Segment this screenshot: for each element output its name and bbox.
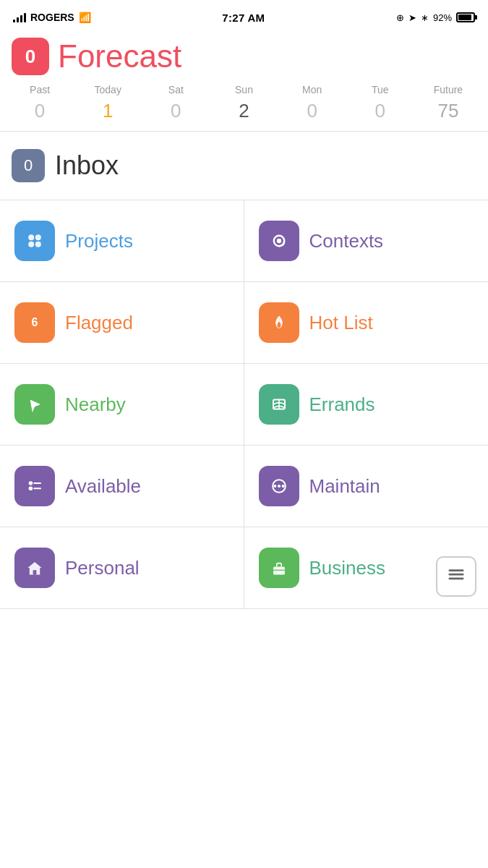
nearby-label: Nearby (65, 393, 126, 416)
projects-label: Projects (65, 230, 133, 252)
svg-rect-17 (33, 570, 37, 574)
grid-item-projects[interactable]: Projects (0, 200, 244, 282)
hotlist-icon (259, 302, 299, 343)
cal-day-count: 0 (307, 100, 317, 122)
cal-day-count: 2 (239, 100, 249, 122)
wifi-icon: 📶 (79, 12, 91, 23)
personal-icon (14, 548, 55, 588)
svg-point-16 (281, 485, 284, 488)
calendar-col-past[interactable]: Past0 (6, 84, 74, 122)
svg-point-0 (28, 234, 34, 240)
svg-rect-21 (449, 577, 464, 579)
projects-icon (14, 221, 55, 261)
battery-icon (456, 12, 475, 22)
bluetooth-icon: ∗ (421, 12, 429, 23)
personal-label: Personal (65, 557, 140, 579)
cal-day-label: Mon (302, 84, 322, 95)
svg-point-11 (29, 486, 33, 490)
calendar-col-future[interactable]: Future75 (414, 84, 482, 122)
calendar-col-sat[interactable]: Sat0 (142, 84, 210, 122)
svg-point-14 (273, 485, 276, 488)
svg-point-5 (276, 239, 281, 243)
cal-day-count: 0 (375, 100, 385, 122)
errands-icon (259, 384, 299, 425)
signal-icon (13, 12, 26, 22)
location-icon: ➤ (408, 12, 416, 23)
svg-text:6: 6 (32, 316, 38, 328)
inbox-section[interactable]: 0 Inbox (0, 132, 488, 200)
time-display: 7:27 AM (222, 12, 265, 24)
errands-label: Errands (309, 393, 375, 416)
calendar-col-mon[interactable]: Mon0 (278, 84, 346, 122)
cal-day-label: Sat (168, 84, 184, 95)
inbox-label: Inbox (55, 150, 119, 181)
maintain-icon (259, 466, 299, 506)
cal-day-label: Today (95, 84, 121, 95)
grid-menu: Projects Contexts 6 Flagged Hot List Nea… (0, 200, 488, 609)
grid-item-maintain[interactable]: Maintain (244, 446, 489, 527)
contexts-label: Contexts (309, 230, 384, 252)
battery-percent: 92% (433, 12, 452, 23)
svg-point-1 (35, 234, 41, 240)
cal-day-count: 0 (171, 100, 181, 122)
business-label: Business (309, 557, 386, 579)
cal-day-label: Sun (235, 84, 253, 95)
contexts-icon (259, 221, 299, 261)
calendar-col-sun[interactable]: Sun2 (210, 84, 278, 122)
cal-day-count: 75 (437, 100, 458, 122)
svg-point-15 (278, 485, 281, 488)
grid-item-hotlist[interactable]: Hot List (244, 282, 489, 364)
grid-item-available[interactable]: Available (0, 446, 244, 527)
cal-day-count: 1 (103, 100, 113, 122)
status-bar: ROGERS 📶 7:27 AM ⊕ ➤ ∗ 92% (0, 0, 488, 32)
grid-item-flagged[interactable]: 6 Flagged (0, 282, 244, 364)
grid-item-personal[interactable]: Personal (0, 527, 244, 609)
status-left: ROGERS 📶 (13, 12, 91, 23)
lock-icon: ⊕ (396, 12, 404, 23)
add-item-button[interactable] (436, 556, 476, 597)
available-icon (14, 466, 55, 506)
business-icon (259, 548, 299, 588)
cal-day-label: Past (30, 84, 50, 95)
svg-point-2 (28, 242, 34, 247)
hotlist-label: Hot List (309, 312, 373, 334)
status-right: ⊕ ➤ ∗ 92% (396, 12, 475, 23)
carrier-label: ROGERS (30, 12, 74, 23)
svg-rect-20 (449, 574, 464, 576)
calendar-col-tue[interactable]: Tue0 (346, 84, 414, 122)
svg-rect-18 (273, 566, 285, 574)
available-label: Available (65, 475, 141, 498)
inbox-badge: 0 (12, 149, 45, 182)
grid-item-contexts[interactable]: Contexts (244, 200, 489, 282)
forecast-title: Forecast (58, 38, 181, 75)
calendar-col-today[interactable]: Today1 (74, 84, 142, 122)
cal-day-label: Future (434, 84, 463, 95)
cal-day-label: Tue (372, 84, 389, 95)
forecast-badge: 0 (12, 38, 49, 75)
grid-item-business[interactable]: Business (244, 527, 489, 609)
grid-item-nearby[interactable]: Nearby (0, 364, 244, 446)
grid-item-errands[interactable]: Errands (244, 364, 489, 446)
svg-rect-22 (449, 569, 464, 571)
flagged-label: Flagged (65, 312, 133, 334)
svg-point-9 (29, 481, 33, 485)
flagged-icon: 6 (14, 302, 55, 343)
calendar-row: Past0Today1Sat0Sun2Mon0Tue0Future75 (0, 84, 488, 132)
forecast-header: 0 Forecast (0, 32, 488, 84)
nearby-icon (14, 384, 55, 425)
cal-day-count: 0 (35, 100, 45, 122)
maintain-label: Maintain (309, 475, 380, 498)
svg-point-3 (35, 242, 41, 247)
